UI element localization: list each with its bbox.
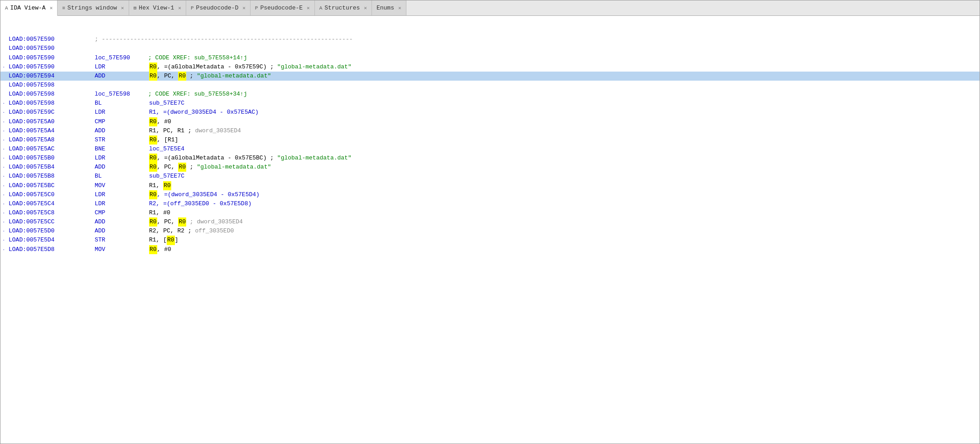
code-line[interactable]: ·LOAD:0057E5B4ADD R0, PC, R0 ; "global-m… [0, 163, 980, 172]
tab-strings-window[interactable]: ≡Strings window✕ [58, 0, 129, 15]
line-address: LOAD:0057E5D0 [9, 227, 95, 236]
tab-close-enums[interactable]: ✕ [398, 5, 401, 11]
string-literal: "global-metadata.dat" [197, 72, 271, 81]
operand-addr: R2, =(off_3035ED0 - 0x57E5D8) [149, 199, 251, 208]
code-line[interactable]: ·LOAD:0057E5C0LDR R0, =(dword_3035ED4 - … [0, 190, 980, 199]
operand-label: sub_57EE7C [149, 99, 184, 108]
code-line[interactable]: ·LOAD:0057E5A4ADD R1, PC, R1 ; dword_303… [0, 126, 980, 135]
code-line[interactable]: LOAD:0057E598loc_57E598; CODE XREF: sub_… [0, 90, 980, 99]
tab-hex-view[interactable]: ⊞Hex View-1✕ [129, 0, 186, 15]
code-line[interactable]: ·LOAD:0057E5BCMOV R1, R0 [0, 181, 980, 190]
tab-enums[interactable]: Enums✕ [372, 0, 406, 15]
line-bullet: · [2, 236, 9, 244]
code-line[interactable]: ·LOAD:0057E59CLDR R1, =(dword_3035ED4 - … [0, 108, 980, 117]
line-bullet: · [2, 191, 9, 199]
code-line[interactable]: LOAD:0057E598 [0, 81, 980, 90]
gray-comment: ; dword_3035ED4 [186, 217, 243, 227]
code-line[interactable]: LOAD:0057E590loc_57E590; CODE XREF: sub_… [0, 53, 980, 63]
operand-text: , PC, [157, 163, 179, 172]
line-bullet: · [2, 100, 9, 107]
code-line[interactable]: ·LOAD:0057E5B0LDR R0, =(aGlobalMetadata … [0, 154, 980, 163]
code-line[interactable]: LOAD:0057E590; -------------------------… [0, 35, 980, 44]
line-operands: R0, [R1] [149, 135, 978, 145]
line-bullet: · [2, 218, 9, 226]
code-line[interactable]: ·LOAD:0057E5C8CMP R1, #0 [0, 208, 980, 217]
separator-line: ; --------------------------------------… [95, 35, 353, 44]
code-line[interactable]: ·LOAD:0057E5C4LDR R2, =(off_3035ED0 - 0x… [0, 199, 980, 208]
line-mnemonic: ADD [95, 217, 149, 227]
tab-label-structures: Structures [324, 5, 360, 11]
line-bullet [2, 45, 9, 53]
line-bullet [2, 54, 9, 62]
line-bullet: · [2, 118, 9, 126]
main-window: AIDA View-A✕≡Strings window✕⊞Hex View-1✕… [0, 0, 980, 444]
code-content[interactable]: LOAD:0057E590; -------------------------… [0, 16, 980, 444]
code-line[interactable]: ·LOAD:0057E5B8BL sub_57EE7C [0, 172, 980, 181]
line-bullet: · [2, 227, 9, 235]
line-operands: R2, PC, R2 ; off_3035ED0 [149, 227, 978, 236]
line-address: LOAD:0057E59C [9, 108, 95, 117]
code-line[interactable]: ·LOAD:0057E5A0CMP R0, #0 [0, 117, 980, 126]
line-operands: loc_57E5E4 [149, 145, 978, 154]
xref-comment: ; CODE XREF: sub_57E558+34↑j [148, 90, 247, 99]
operand-text: ; [186, 163, 197, 172]
code-line[interactable]: ·LOAD:0057E5D0ADD R2, PC, R2 ; off_3035E… [0, 227, 980, 236]
highlighted-register: R0 [149, 163, 157, 172]
tab-close-pseudocode-e[interactable]: ✕ [307, 5, 310, 11]
line-operands: R1, R0 [149, 181, 978, 190]
line-bullet: · [2, 200, 9, 208]
tab-structures[interactable]: AStructures✕ [315, 0, 372, 15]
line-mnemonic: MOV [95, 245, 149, 254]
operand-text: R1, [ [149, 236, 167, 245]
line-address: LOAD:0057E598 [9, 81, 95, 90]
line-operands: R0, PC, R0 ; "global-metadata.dat" [149, 163, 978, 172]
tab-pseudocode-e[interactable]: PPseudocode-E✕ [251, 0, 315, 15]
code-line[interactable]: LOAD:0057E594ADD R0, PC, R0 ; "global-me… [0, 72, 980, 81]
code-line[interactable]: ·LOAD:0057E5A8STR R0, [R1] [0, 135, 980, 145]
code-line[interactable]: LOAD:0057E590 [0, 44, 980, 53]
highlighted-register: R0 [178, 163, 186, 172]
tab-close-hex-view[interactable]: ✕ [178, 5, 181, 11]
line-mnemonic: ADD [95, 126, 149, 135]
code-line[interactable]: ·LOAD:0057E5ACBNE loc_57E5E4 [0, 145, 980, 154]
tab-pseudocode-d[interactable]: PPseudocode-D✕ [186, 0, 251, 15]
line-bullet: · [2, 182, 9, 190]
code-line[interactable]: ·LOAD:0057E5D8MOV R0, #0 [0, 245, 980, 254]
line-mnemonic: BL [95, 172, 149, 181]
tab-close-pseudocode-d[interactable]: ✕ [242, 5, 246, 11]
highlighted-register: R0 [149, 245, 157, 254]
line-address: LOAD:0057E594 [9, 72, 95, 81]
line-mnemonic: ADD [95, 227, 149, 236]
tab-ida-view[interactable]: AIDA View-A✕ [0, 0, 58, 16]
comment-sep: ; [184, 227, 195, 236]
code-line[interactable]: ·LOAD:0057E5CCADD R0, PC, R0 ; dword_303… [0, 217, 980, 227]
line-mnemonic: STR [95, 236, 149, 245]
operand-text: , =(aGlobalMetadata - 0x57E59C) ; [157, 63, 277, 72]
line-address: LOAD:0057E590 [9, 63, 95, 72]
line-address: LOAD:0057E590 [9, 53, 95, 63]
line-address: LOAD:0057E5C8 [9, 208, 95, 217]
line-address: LOAD:0057E598 [9, 99, 95, 108]
operand-addr: R1, =(dword_3035ED4 - 0x57E5AC) [149, 108, 259, 117]
line-address: LOAD:0057E590 [9, 35, 95, 44]
line-operands: R0, =(aGlobalMetadata - 0x57E5BC) ; "glo… [149, 154, 978, 163]
line-bullet: · [2, 154, 9, 162]
code-line[interactable]: ·LOAD:0057E598BL sub_57EE7C [0, 99, 980, 108]
line-address: LOAD:0057E5A8 [9, 135, 95, 145]
tab-label-pseudocode-e: Pseudocode-E [260, 5, 303, 11]
line-mnemonic: LDR [95, 190, 149, 199]
tab-close-ida-view[interactable]: ✕ [50, 5, 53, 11]
code-line[interactable]: ·LOAD:0057E590LDR R0, =(aGlobalMetadata … [0, 63, 980, 72]
highlighted-register: R0 [149, 135, 157, 145]
line-address: LOAD:0057E590 [9, 44, 95, 53]
highlighted-register: R0 [149, 154, 157, 163]
tab-close-structures[interactable]: ✕ [364, 5, 367, 11]
line-bullet: · [2, 136, 9, 144]
line-operands: R0, =(dword_3035ED4 - 0x57E5D4) [149, 190, 978, 199]
code-line[interactable]: ·LOAD:0057E5D4STR R1, [R0] [0, 236, 980, 245]
line-bullet: · [2, 173, 9, 180]
tab-close-strings-window[interactable]: ✕ [121, 5, 124, 11]
inline-comment: dword_3035ED4 [195, 126, 241, 135]
line-address: LOAD:0057E5CC [9, 217, 95, 227]
string-literal: "global-metadata.dat" [277, 63, 352, 72]
